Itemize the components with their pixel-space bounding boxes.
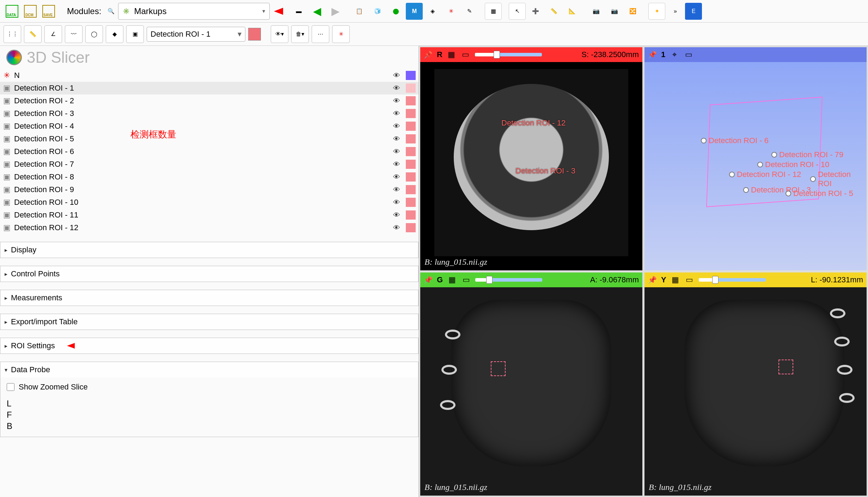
tree-row-roi[interactable]: ▣Detection ROI - 9👁: [0, 183, 418, 196]
color-swatch[interactable]: [406, 160, 416, 169]
closed-curve-button[interactable]: ◯: [85, 25, 103, 43]
color-swatch[interactable]: [406, 223, 416, 232]
eye-icon[interactable]: 👁: [393, 72, 402, 80]
section-export-import[interactable]: ▸ Export/import Table: [0, 314, 418, 330]
volume-rendering-button[interactable]: 🧊: [369, 3, 386, 20]
color-swatch[interactable]: [406, 147, 416, 156]
pin-icon[interactable]: 📌: [424, 50, 433, 59]
line-button[interactable]: 📏: [24, 25, 42, 43]
scene-views-button[interactable]: 📋: [351, 3, 368, 20]
slice-view-green[interactable]: 📌 G ▦ ▭ A: -9.0678mm B: lung_0: [420, 272, 642, 496]
threeD-view[interactable]: 📌 1 ⌖ ▭ Detection ROI - 6 Detection ROI …: [644, 47, 867, 270]
models-button[interactable]: ⬤: [387, 3, 404, 20]
color-swatch[interactable]: [406, 71, 416, 80]
module-history-button[interactable]: ▬: [290, 3, 307, 20]
nav-forward-button[interactable]: ▶: [327, 3, 344, 20]
tree-row-roi[interactable]: ▣Detection ROI - 5👁: [0, 133, 418, 145]
slice-options-icon[interactable]: ▦: [447, 275, 457, 285]
tree-row-roi[interactable]: ▣Detection ROI - 6👁: [0, 145, 418, 158]
nav-back-button[interactable]: ◀: [308, 3, 325, 20]
tree-row-roi[interactable]: ▣Detection ROI - 4👁: [0, 120, 418, 133]
toggle-button[interactable]: 🔀: [624, 3, 641, 20]
color-swatch[interactable]: [406, 84, 416, 93]
eye-icon[interactable]: 👁: [393, 211, 402, 219]
delete-button[interactable]: 🗑▾: [291, 25, 309, 43]
transforms-button[interactable]: ◈: [424, 3, 441, 20]
color-swatch[interactable]: [406, 122, 416, 131]
slice-intersections-button[interactable]: 📏: [545, 3, 562, 20]
color-swatch[interactable]: [406, 109, 416, 118]
tree-row-roi[interactable]: ▣Detection ROI - 10👁: [0, 196, 418, 209]
fiducial-list-button[interactable]: ⋮⋮: [4, 25, 21, 43]
maximize-icon[interactable]: ▭: [461, 50, 471, 60]
curve-button[interactable]: 〰: [65, 25, 82, 43]
section-measurements[interactable]: ▸ Measurements: [0, 290, 418, 306]
ruler-button[interactable]: 📐: [564, 3, 581, 20]
plane-button[interactable]: ◆: [106, 25, 123, 43]
tree-row-roi[interactable]: ▣Detection ROI - 11👁: [0, 209, 418, 221]
eye-icon[interactable]: 👁: [393, 198, 402, 207]
place-mode-button[interactable]: ✳: [332, 25, 350, 43]
color-swatch[interactable]: [406, 134, 416, 143]
slice-view-red[interactable]: 📌 R ▦ ▭ S: -238.2500mm Detection ROI - 1…: [420, 47, 642, 270]
color-swatch[interactable]: [406, 96, 416, 105]
roi-button[interactable]: ▣: [126, 25, 144, 43]
screenshot-button[interactable]: 📷: [588, 3, 605, 20]
roi-node[interactable]: Detection ROI - 6: [701, 136, 769, 145]
eye-icon[interactable]: 👁: [393, 122, 402, 130]
show-zoomed-checkbox[interactable]: Show Zoomed Slice: [7, 382, 412, 392]
section-control-points[interactable]: ▸ Control Points: [0, 266, 418, 282]
eye-icon[interactable]: 👁: [393, 224, 402, 232]
roi-box[interactable]: [778, 360, 793, 374]
extensions-button[interactable]: E: [685, 3, 702, 20]
save-button[interactable]: [40, 3, 57, 20]
editor-button[interactable]: ✎: [461, 3, 478, 20]
color-swatch[interactable]: [406, 198, 416, 207]
crosshair-button[interactable]: ➕: [527, 3, 544, 20]
roi-box[interactable]: [491, 361, 506, 376]
eye-icon[interactable]: 👁: [393, 110, 402, 118]
active-markup-selector[interactable]: Detection ROI - 1 ▾: [147, 27, 245, 42]
m-button[interactable]: M: [406, 3, 423, 20]
more-toolbar-button[interactable]: »: [667, 3, 684, 20]
markup-color-swatch[interactable]: [248, 28, 261, 41]
section-display[interactable]: ▸ Display: [0, 242, 418, 258]
section-roi-settings[interactable]: ▸ ROI Settings: [0, 338, 418, 354]
maximize-icon[interactable]: ▭: [461, 275, 471, 285]
scene-capture-button[interactable]: 📷: [606, 3, 623, 20]
eye-icon[interactable]: 👁: [393, 160, 402, 168]
tree-row-roi[interactable]: ▣Detection ROI - 12👁: [0, 221, 418, 234]
tree-row-roi[interactable]: ▣Detection ROI - 7👁: [0, 158, 418, 171]
slice-slider[interactable]: [475, 278, 542, 282]
eye-icon[interactable]: 👁: [393, 135, 402, 143]
slice-slider[interactable]: [475, 53, 542, 56]
tree-row-roi[interactable]: ▣Detection ROI - 2👁: [0, 94, 418, 107]
crosshair-mode-button[interactable]: ✦: [648, 3, 665, 20]
roi-node[interactable]: Detection ROI - 10: [757, 160, 829, 169]
tree-row-roi[interactable]: ▣Detection ROI - 8👁: [0, 171, 418, 183]
slice-options-icon[interactable]: ▦: [671, 275, 680, 285]
eye-icon[interactable]: 👁: [393, 97, 402, 105]
color-swatch[interactable]: [406, 210, 416, 220]
eye-icon[interactable]: 👁: [393, 148, 402, 156]
eye-icon[interactable]: 👁: [393, 186, 402, 194]
pin-icon[interactable]: 📌: [648, 50, 657, 59]
load-data-button[interactable]: [4, 3, 20, 20]
cursor-button[interactable]: ↖: [509, 3, 526, 20]
roi-node[interactable]: Detection ROI: [810, 170, 867, 188]
section-data-probe[interactable]: ▾ Data Probe: [0, 362, 418, 378]
pin-icon[interactable]: 📌: [648, 276, 657, 284]
pin-icon[interactable]: 📌: [424, 276, 433, 284]
maximize-icon[interactable]: ▭: [685, 275, 695, 285]
fiducial-button[interactable]: ✳: [442, 3, 459, 20]
tree-row-roi[interactable]: ▣Detection ROI - 1👁: [0, 82, 418, 94]
more-actions-button[interactable]: ⋯: [312, 25, 329, 43]
module-selector[interactable]: ✳️ Markups ▾: [118, 3, 270, 20]
color-swatch[interactable]: [406, 172, 416, 182]
roi-node[interactable]: Detection ROI - 12: [729, 170, 801, 179]
layout-button[interactable]: ▦: [485, 3, 502, 20]
slice-view-yellow[interactable]: 📌 Y ▦ ▭ L: -90.1231mm: [644, 272, 867, 496]
color-swatch[interactable]: [406, 185, 416, 194]
maximize-icon[interactable]: ▭: [684, 50, 693, 60]
angle-button[interactable]: ∠: [44, 25, 62, 43]
